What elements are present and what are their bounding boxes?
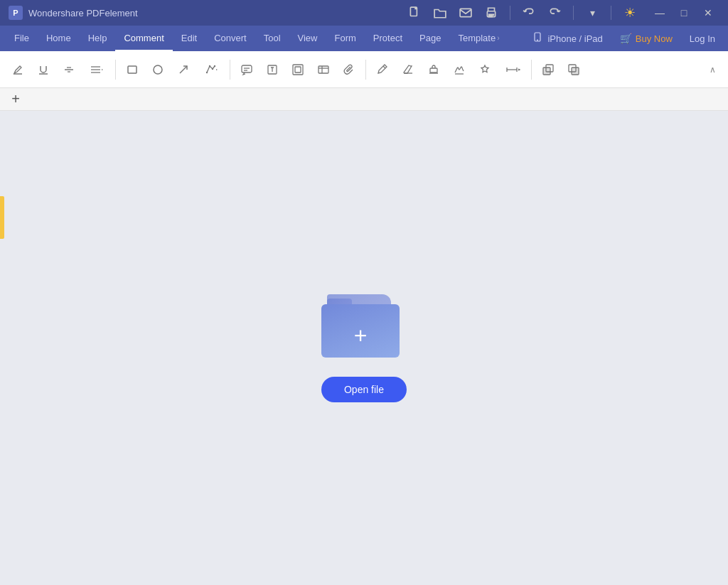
svg-rect-24 — [293, 65, 303, 75]
callout-tool[interactable] — [235, 58, 259, 82]
tab-bar: + — [0, 88, 728, 111]
title-bar: P Wondershare PDFelement — [0, 0, 728, 26]
measure-tool[interactable] — [498, 58, 527, 82]
toolbar-collapse-button[interactable]: ∧ — [702, 60, 722, 80]
measure-icon — [505, 63, 520, 76]
eraser-tool[interactable] — [396, 58, 420, 82]
circle-icon — [151, 63, 164, 76]
app-logo: P — [9, 6, 23, 20]
svg-rect-38 — [572, 68, 579, 75]
svg-rect-36 — [543, 68, 550, 75]
text-box2-tool[interactable] — [286, 58, 310, 82]
strikethrough-tool[interactable] — [57, 58, 81, 82]
sun-icon: ☀ — [624, 5, 636, 21]
text-box2-icon — [291, 63, 304, 76]
polygon-icon — [203, 63, 219, 76]
svg-rect-20 — [242, 65, 252, 73]
bring-front-tool[interactable] — [536, 58, 560, 82]
highlight-icon — [11, 63, 24, 76]
svg-rect-25 — [295, 67, 301, 73]
bookmark — [0, 196, 4, 239]
menu-file[interactable]: File — [6, 26, 38, 51]
send-back-tool[interactable] — [562, 58, 586, 82]
menu-form[interactable]: Form — [326, 26, 365, 51]
lines-tool[interactable] — [82, 58, 111, 82]
divider-3 — [611, 6, 611, 20]
menu-view[interactable]: View — [289, 26, 326, 51]
svg-point-14 — [154, 65, 162, 74]
redo-button[interactable] — [545, 3, 564, 23]
signature-tool[interactable] — [447, 58, 471, 82]
signature-icon — [453, 63, 466, 76]
send-back-icon — [567, 63, 580, 76]
rectangle-tool[interactable] — [120, 58, 144, 82]
buy-now-button[interactable]: 🛒 Buy Now — [613, 30, 680, 47]
toolbar: ∧ — [0, 51, 728, 88]
menu-bar-right: iPhone / iPad 🛒 Buy Now Log In — [527, 26, 722, 51]
rectangle-icon — [126, 63, 139, 76]
menu-page[interactable]: Page — [411, 26, 449, 51]
theme-toggle-button[interactable]: ☀ — [620, 3, 640, 23]
menu-template[interactable]: Template › — [449, 26, 502, 51]
svg-line-15 — [180, 66, 187, 73]
iphone-ipad-button[interactable]: iPhone / iPad — [527, 29, 609, 48]
bring-front-icon — [542, 63, 555, 76]
folder-plus-icon: + — [354, 324, 368, 347]
add-tab-button[interactable]: + — [6, 90, 26, 109]
redact-tool[interactable] — [473, 58, 497, 82]
login-button[interactable]: Log In — [682, 31, 722, 47]
dropdown-button[interactable]: ▾ — [582, 3, 602, 23]
undo-button[interactable] — [519, 3, 539, 23]
new-file-button[interactable] — [405, 3, 424, 23]
add-tab-icon: + — [11, 91, 20, 107]
callout-icon — [240, 63, 253, 76]
stamp-tool[interactable] — [422, 58, 446, 82]
buy-now-label: Buy Now — [636, 33, 673, 44]
minimize-button[interactable]: — — [648, 4, 671, 21]
iphone-ipad-label: iPhone / iPad — [547, 33, 602, 44]
text-box-tool[interactable] — [260, 58, 284, 82]
folder-front: + — [321, 304, 400, 358]
highlight-tool[interactable] — [6, 58, 30, 82]
window-controls: — □ ✕ — [648, 4, 719, 21]
text-box-icon — [266, 63, 279, 76]
toolbar-divider-1 — [115, 60, 116, 80]
menu-protect[interactable]: Protect — [365, 26, 411, 51]
menu-bar: File Home Help Comment Edit Convert Tool… — [0, 26, 728, 51]
folder-icon: + — [321, 294, 407, 365]
strikethrough-icon — [63, 63, 75, 76]
pencil-tool[interactable] — [370, 58, 395, 82]
menu-convert[interactable]: Convert — [205, 26, 255, 51]
menu-help[interactable]: Help — [80, 26, 116, 51]
menu-tool[interactable]: Tool — [255, 26, 289, 51]
ipad-icon — [534, 32, 544, 45]
arrow-tool[interactable] — [171, 58, 196, 82]
attachment-tool[interactable] — [337, 58, 361, 82]
open-folder-button[interactable] — [430, 3, 450, 23]
stamp-icon — [427, 63, 440, 76]
svg-point-17 — [209, 65, 210, 66]
print-button[interactable] — [481, 3, 501, 23]
arrow-icon — [177, 63, 190, 76]
open-file-button[interactable]: Open file — [321, 377, 407, 402]
close-button[interactable]: ✕ — [697, 4, 719, 21]
svg-rect-30 — [430, 68, 437, 73]
circle-tool[interactable] — [146, 58, 170, 82]
underline-icon — [37, 63, 50, 76]
maximize-button[interactable]: □ — [673, 4, 695, 21]
lines-icon — [89, 63, 105, 76]
collapse-icon: ∧ — [710, 65, 716, 75]
underline-tool[interactable] — [31, 58, 55, 82]
app-title: Wondershare PDFelement — [28, 8, 405, 18]
svg-rect-26 — [318, 66, 328, 73]
email-button[interactable] — [456, 3, 476, 23]
svg-rect-4 — [489, 16, 493, 17]
menu-edit[interactable]: Edit — [173, 26, 205, 51]
svg-rect-13 — [128, 66, 136, 73]
toolbar-divider-2 — [230, 60, 230, 80]
polygon-tool[interactable] — [197, 58, 225, 82]
text-box3-tool[interactable] — [311, 58, 336, 82]
open-file-container: + Open file — [321, 294, 407, 402]
menu-home[interactable]: Home — [38, 26, 80, 51]
menu-comment[interactable]: Comment — [115, 26, 172, 51]
